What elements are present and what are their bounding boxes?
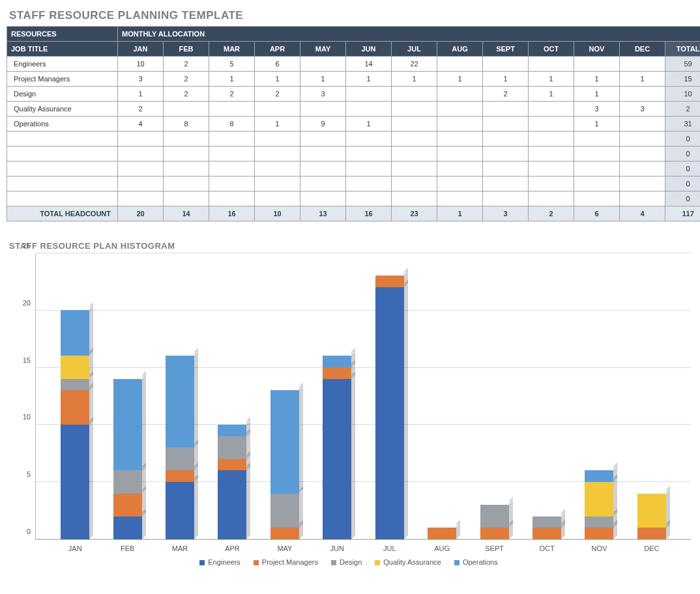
value-cell	[164, 177, 209, 191]
bar-segment	[637, 528, 666, 539]
legend-item: Operations	[454, 558, 498, 566]
value-cell	[437, 147, 483, 162]
value-cell: 14	[346, 57, 392, 72]
footer-value-cell: 20	[118, 206, 164, 221]
legend-swatch	[331, 560, 336, 565]
value-cell	[164, 147, 209, 162]
value-cell	[574, 57, 620, 72]
value-cell: 1	[574, 87, 620, 102]
value-cell	[392, 102, 437, 117]
row-total-cell: 10	[665, 87, 701, 102]
value-cell	[346, 132, 392, 147]
value-cell	[255, 102, 300, 117]
bar-segment	[480, 528, 509, 539]
job-title-cell	[7, 191, 118, 206]
bar-stack	[270, 390, 299, 539]
value-cell	[255, 132, 300, 147]
value-cell	[437, 177, 483, 191]
table-row: Quality Assurance2332	[7, 102, 701, 117]
bar-segment	[113, 470, 142, 493]
value-cell	[164, 162, 209, 177]
value-cell: 1	[118, 87, 164, 102]
bar-segment	[532, 528, 561, 539]
footer-value-cell: 3	[483, 206, 529, 221]
bar-stack	[218, 425, 246, 539]
bar-segment	[218, 470, 246, 539]
value-cell: 8	[164, 117, 209, 132]
value-cell	[620, 132, 665, 147]
bar-stack	[113, 379, 142, 539]
x-axis-label: APR	[225, 544, 240, 552]
value-cell	[164, 132, 209, 147]
hdr-total: TOTAL	[665, 42, 701, 57]
value-cell	[483, 102, 529, 117]
bar-segment	[323, 379, 351, 539]
bar-segment	[218, 425, 246, 436]
value-cell	[392, 117, 437, 132]
bar-segment	[585, 482, 613, 516]
hdr-month: MAR	[209, 42, 255, 57]
hdr-month: MAY	[300, 42, 346, 57]
row-total-cell: 0	[665, 191, 701, 206]
value-cell	[118, 177, 164, 191]
bar-segment	[270, 494, 299, 528]
value-cell: 1	[483, 72, 529, 87]
job-title-cell	[7, 132, 118, 147]
value-cell	[437, 87, 483, 102]
footer-value-cell: 16	[346, 206, 392, 221]
value-cell: 3	[300, 87, 346, 102]
bar-segment	[270, 528, 299, 539]
value-cell	[529, 132, 574, 147]
table-row: 0	[7, 147, 701, 162]
bar-segment	[113, 494, 142, 516]
table-row: 0	[7, 132, 701, 147]
bar-segment	[61, 310, 89, 356]
value-cell	[209, 147, 255, 162]
value-cell: 2	[118, 102, 164, 117]
value-cell: 3	[118, 72, 164, 87]
x-axis-label: AUG	[434, 544, 450, 552]
bar-segment	[113, 516, 142, 539]
y-axis-label: 0	[12, 528, 31, 535]
table-row: Engineers10256142259	[7, 57, 701, 72]
value-cell	[392, 87, 437, 102]
value-cell: 1	[620, 72, 665, 87]
x-axis-label: FEB	[121, 544, 134, 552]
x-axis-label: NOV	[592, 544, 607, 552]
value-cell	[118, 162, 164, 177]
row-total-cell: 0	[665, 162, 701, 177]
value-cell	[209, 177, 255, 191]
footer-value-cell: 1	[437, 206, 483, 221]
table-row: 0	[7, 177, 701, 191]
y-axis-label: 10	[12, 413, 31, 421]
value-cell: 1	[209, 72, 255, 87]
value-cell: 1	[437, 72, 483, 87]
bar-slot: OCT	[521, 253, 573, 539]
y-axis-label: 5	[12, 470, 31, 478]
value-cell: 1	[255, 72, 300, 87]
table-body: Engineers10256142259Project Managers3211…	[7, 57, 701, 206]
value-cell	[574, 191, 620, 206]
bar-segment	[113, 379, 142, 471]
footer-value-cell: 6	[574, 206, 620, 221]
footer-value-cell: 2	[529, 206, 574, 221]
bar-stack	[428, 528, 456, 539]
bar-segment	[166, 470, 194, 482]
job-title-cell: Project Managers	[7, 72, 118, 87]
legend-swatch	[375, 560, 380, 565]
footer-value-cell: 4	[620, 206, 665, 221]
hdr-month: FEB	[164, 42, 209, 57]
hdr-month: NOV	[574, 42, 620, 57]
value-cell: 6	[255, 57, 300, 72]
value-cell	[483, 117, 529, 132]
bar-stack	[585, 470, 613, 539]
value-cell	[437, 102, 483, 117]
legend-item: Project Managers	[254, 558, 318, 566]
value-cell: 9	[300, 117, 346, 132]
bar-segment	[61, 356, 89, 378]
value-cell	[620, 117, 665, 132]
value-cell	[620, 162, 665, 177]
value-cell	[346, 191, 392, 206]
allocation-table: RESOURCES MONTHLY ALLOCATION JOB TITLE J…	[7, 26, 700, 221]
hdr-month: JAN	[118, 42, 164, 57]
